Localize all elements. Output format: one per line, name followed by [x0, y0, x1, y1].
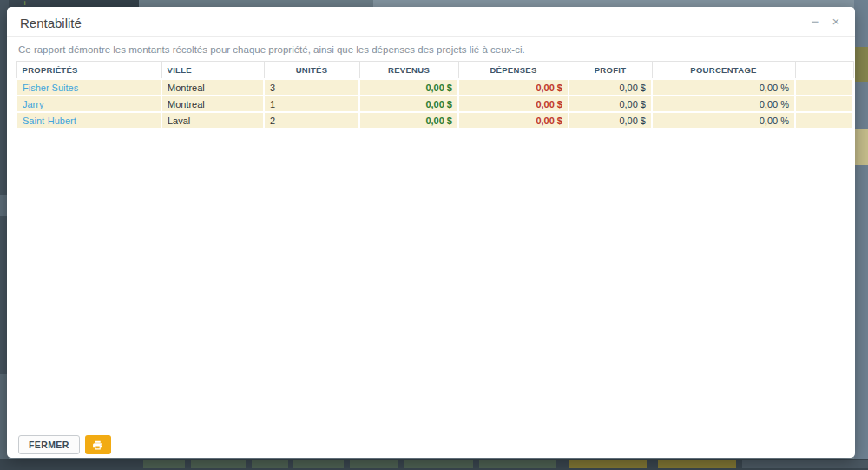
- cell-empty: [795, 112, 853, 129]
- cell-percentage: 0,00 %: [652, 79, 795, 96]
- backdrop-bottom-button: [191, 460, 246, 468]
- table-header-row: PROPRIÉTÉS VILLE UNITÉS REVENUS DÉPENSES…: [16, 62, 853, 80]
- cell-units: 3: [264, 79, 359, 96]
- backdrop-right-khaki-row: [854, 129, 868, 165]
- report-table-container: PROPRIÉTÉS VILLE UNITÉS REVENUS DÉPENSES…: [7, 61, 855, 129]
- cell-revenue: 0,00 $: [359, 79, 458, 96]
- backdrop-bottom-button: [404, 460, 473, 468]
- column-header-depenses: DÉPENSES: [458, 62, 569, 80]
- backdrop-bottom-button: [658, 460, 736, 468]
- window-controls: − ×: [808, 15, 843, 29]
- fermer-button[interactable]: FERMER: [18, 435, 80, 454]
- table-row: Fisher Suites Montreal 3 0,00 $ 0,00 $ 0…: [16, 79, 853, 96]
- cell-units: 2: [264, 112, 359, 129]
- print-button[interactable]: [85, 435, 111, 454]
- cell-empty: [795, 96, 853, 112]
- cell-city: Laval: [161, 112, 264, 129]
- table-row: Jarry Montreal 1 0,00 $ 0,00 $ 0,00 $ 0,…: [16, 96, 853, 112]
- close-icon[interactable]: ×: [829, 15, 843, 29]
- dialog-footer: FERMER: [18, 435, 111, 454]
- backdrop-bottom-button: [293, 460, 344, 468]
- property-link[interactable]: Jarry: [23, 99, 43, 109]
- column-header-empty: [795, 62, 853, 80]
- cell-empty: [795, 79, 853, 96]
- cell-percentage: 0,00 %: [652, 96, 795, 112]
- cell-units: 1: [264, 96, 359, 112]
- backdrop-bottom-button: [252, 460, 288, 468]
- cell-expenses: 0,00 $: [458, 96, 569, 112]
- plus-icon: +: [23, 1, 30, 7]
- cell-revenue: 0,00 $: [359, 96, 458, 112]
- backdrop-bottom-panel: [742, 460, 868, 468]
- cell-expenses: 0,00 $: [458, 79, 569, 96]
- column-header-ville: VILLE: [161, 62, 264, 80]
- table-row: Saint-Hubert Laval 2 0,00 $ 0,00 $ 0,00 …: [16, 112, 853, 129]
- property-link[interactable]: Saint-Hubert: [23, 116, 76, 126]
- dialog-description: Ce rapport démontre les montants récolté…: [7, 37, 855, 61]
- cell-profit: 0,00 $: [569, 112, 652, 129]
- profitability-table: PROPRIÉTÉS VILLE UNITÉS REVENUS DÉPENSES…: [16, 61, 854, 129]
- backdrop-bottom-button: [143, 460, 185, 468]
- cell-expenses: 0,00 $: [458, 112, 569, 129]
- backdrop-bottom-button: [479, 460, 556, 468]
- column-header-unites: UNITÉS: [264, 62, 359, 80]
- cell-profit: 0,00 $: [569, 79, 652, 96]
- dialog-header: Rentabilité − ×: [7, 7, 855, 37]
- minimize-icon[interactable]: −: [808, 15, 822, 29]
- backdrop-bottom-button: [569, 460, 647, 468]
- cell-property: Saint-Hubert: [16, 112, 161, 129]
- rentabilite-dialog: Rentabilité − × Ce rapport démontre les …: [7, 7, 855, 458]
- cell-property: Fisher Suites: [16, 79, 161, 96]
- column-header-proprietes: PROPRIÉTÉS: [16, 62, 161, 80]
- cell-city: Montreal: [161, 96, 264, 112]
- dialog-title: Rentabilité: [20, 16, 841, 30]
- backdrop-bottom-button: [350, 460, 398, 468]
- cell-revenue: 0,00 $: [359, 112, 458, 129]
- cell-percentage: 0,00 %: [652, 112, 795, 129]
- column-header-profit: PROFIT: [569, 62, 652, 80]
- backdrop-right-yellow-button: [854, 47, 868, 82]
- column-header-pourcentage: POURCENTAGE: [652, 62, 795, 80]
- cell-profit: 0,00 $: [569, 96, 652, 112]
- cell-property: Jarry: [16, 96, 161, 112]
- backdrop-bottom-toolbar: [0, 459, 868, 470]
- cell-city: Montreal: [161, 79, 264, 96]
- column-header-revenus: REVENUS: [359, 62, 458, 80]
- property-link[interactable]: Fisher Suites: [23, 83, 78, 93]
- printer-icon: [92, 440, 103, 451]
